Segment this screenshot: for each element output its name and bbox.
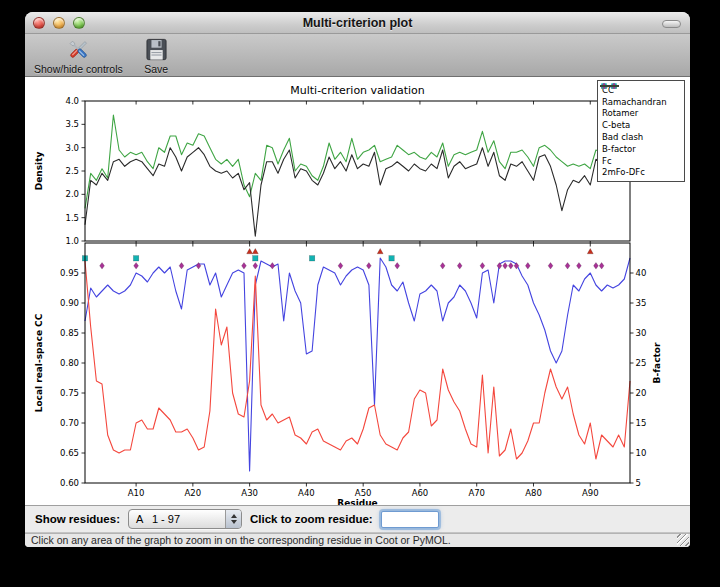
legend-label: Ramachandran: [602, 97, 667, 107]
line-legend-sample-icon: [598, 81, 622, 91]
svg-text:25: 25: [636, 358, 647, 368]
svg-text:35: 35: [636, 298, 647, 308]
window-titlebar[interactable]: Multi-criterion plot: [25, 12, 690, 34]
legend-label: Bad clash: [602, 132, 643, 142]
legend-item-bad-clash: Bad clash: [602, 131, 682, 143]
svg-text:A50: A50: [355, 488, 372, 498]
legend-item-c-beta: C-beta: [602, 119, 682, 131]
stepper-arrows-icon[interactable]: [225, 510, 241, 528]
legend-item-fc: Fc: [602, 155, 682, 167]
svg-text:15: 15: [636, 418, 647, 428]
window-title: Multi-criterion plot: [25, 12, 690, 34]
toolbar-toggle-button[interactable]: [662, 20, 681, 28]
legend-label: Fc: [602, 156, 612, 166]
svg-text:20: 20: [636, 388, 647, 398]
zoom-residue-input[interactable]: [381, 511, 439, 528]
svg-text:4.0: 4.0: [65, 96, 79, 106]
svg-text:3.5: 3.5: [65, 119, 79, 129]
legend-label: 2mFo-DFc: [602, 167, 645, 177]
zoom-residue-label: Click to zoom residue:: [250, 513, 373, 525]
show-residues-label: Show residues:: [35, 513, 120, 525]
app-window: Multi-criterion plot: [25, 12, 690, 547]
svg-text:A70: A70: [468, 488, 485, 498]
desktop-background: Multi-criterion plot: [0, 0, 720, 587]
svg-text:0.90: 0.90: [60, 298, 79, 308]
legend-label: B-factor: [602, 144, 636, 154]
resize-grip[interactable]: [677, 534, 689, 546]
legend-item-ramachandran: Ramachandran: [602, 96, 682, 108]
toolbar: Show/hide controls Save: [25, 34, 690, 77]
legend-label: Rotamer: [602, 108, 638, 118]
svg-text:Local real-space CC: Local real-space CC: [34, 313, 44, 412]
svg-text:1.0: 1.0: [65, 236, 79, 246]
svg-text:2.0: 2.0: [65, 189, 79, 199]
svg-text:40: 40: [636, 268, 647, 278]
plot-legend: CCRamachandranRotamerC-betaBad clashB-fa…: [597, 80, 685, 182]
legend-label: C-beta: [602, 120, 630, 130]
legend-item-b-factor: B-factor: [602, 143, 682, 155]
show-hide-controls-label: Show/hide controls: [34, 63, 123, 75]
svg-text:0.75: 0.75: [60, 388, 79, 398]
svg-text:B-factor: B-factor: [652, 342, 662, 383]
svg-text:10: 10: [636, 448, 647, 458]
legend-item-rotamer: Rotamer: [602, 108, 682, 120]
svg-text:1.5: 1.5: [65, 213, 79, 223]
control-bar: Show residues: A 1 - 97 Click to zoom re…: [25, 505, 690, 533]
save-icon: [143, 36, 170, 63]
svg-text:3.0: 3.0: [65, 143, 79, 153]
svg-text:Residue: Residue: [337, 498, 377, 505]
svg-text:A30: A30: [241, 488, 258, 498]
svg-text:A10: A10: [128, 488, 145, 498]
status-bar: Click on any area of the graph to zoom i…: [25, 533, 690, 547]
svg-text:0.60: 0.60: [60, 478, 79, 488]
svg-text:0.95: 0.95: [60, 268, 79, 278]
svg-text:5: 5: [636, 478, 641, 488]
svg-text:30: 30: [636, 328, 647, 338]
save-button[interactable]: Save: [140, 36, 173, 75]
chain-range-select[interactable]: A 1 - 97: [128, 509, 242, 529]
svg-text:A80: A80: [525, 488, 542, 498]
svg-text:Density: Density: [34, 152, 44, 191]
legend-item-2mfo-dfc: 2mFo-DFc: [602, 167, 682, 179]
plot-figure[interactable]: 4.03.53.02.52.01.51.0Multi-criterion val…: [25, 77, 690, 505]
svg-text:0.80: 0.80: [60, 358, 79, 368]
svg-text:0.70: 0.70: [60, 418, 79, 428]
svg-text:2.5: 2.5: [65, 166, 79, 176]
save-label: Save: [144, 63, 168, 75]
svg-text:0.65: 0.65: [60, 448, 79, 458]
tools-icon: [65, 36, 92, 63]
svg-text:A60: A60: [412, 488, 429, 498]
svg-text:A20: A20: [185, 488, 202, 498]
svg-text:A90: A90: [582, 488, 599, 498]
svg-text:Multi-criterion validation: Multi-criterion validation: [290, 84, 425, 97]
show-hide-controls-button[interactable]: Show/hide controls: [31, 36, 126, 75]
svg-text:A40: A40: [298, 488, 315, 498]
chain-range-value: A 1 - 97: [129, 510, 225, 528]
plot-canvas[interactable]: 4.03.53.02.52.01.51.0Multi-criterion val…: [25, 77, 690, 505]
status-message: Click on any area of the graph to zoom i…: [31, 534, 451, 547]
svg-text:0.85: 0.85: [60, 328, 79, 338]
